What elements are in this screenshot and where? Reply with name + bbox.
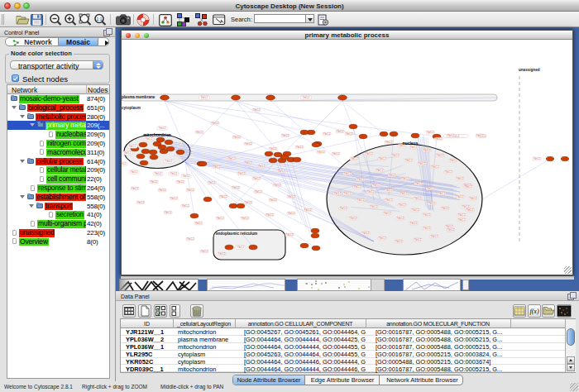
- svg-text:1:1: 1:1: [97, 17, 103, 22]
